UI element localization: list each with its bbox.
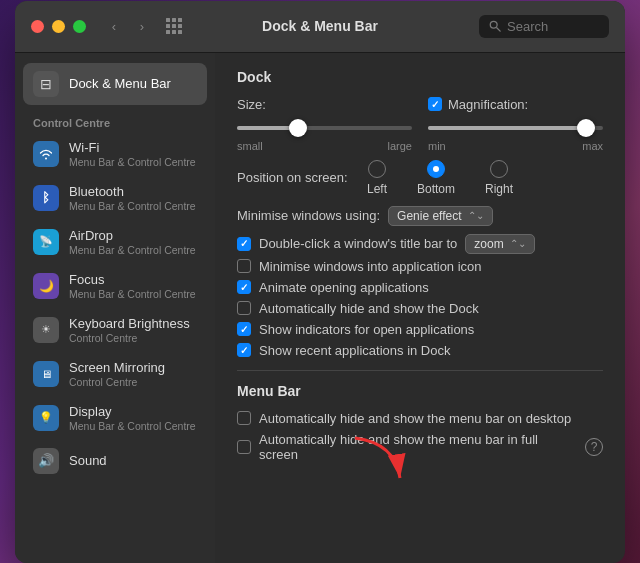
close-button[interactable] [31, 20, 44, 33]
doubleclick-row: Double-click a window's title bar to zoo… [237, 234, 603, 254]
content-area: ⊟ Dock & Menu Bar Control Centre Wi-Fi M… [15, 53, 625, 563]
position-bottom[interactable]: Bottom [417, 160, 455, 196]
search-placeholder: Search [507, 19, 548, 34]
zoom-value: zoom [474, 237, 503, 251]
doubleclick-label: Double-click a window's title bar to [259, 236, 457, 251]
menu-bar-section-title: Menu Bar [237, 383, 603, 399]
position-right[interactable]: Right [485, 160, 513, 196]
indicators-checkbox[interactable] [237, 322, 251, 336]
fullscreen-button[interactable] [73, 20, 86, 33]
dock-menu-bar-icon: ⊟ [33, 71, 59, 97]
bottom-radio[interactable] [427, 160, 445, 178]
position-left[interactable]: Left [367, 160, 387, 196]
size-label: Size: [237, 97, 412, 112]
magnification-label: Magnification: [448, 97, 528, 112]
focus-icon: 🌙 [33, 273, 59, 299]
autohide-fullscreen-checkbox[interactable] [237, 440, 251, 454]
wifi-icon [33, 141, 59, 167]
autohide-dock-row: Automatically hide and show the Dock [237, 301, 603, 316]
keyboard-sub: Control Centre [69, 332, 197, 344]
animate-label: Animate opening applications [259, 280, 429, 295]
minimise-icon-checkbox[interactable] [237, 259, 251, 273]
autohide-dock-checkbox[interactable] [237, 301, 251, 315]
sound-icon: 🔊 [33, 448, 59, 474]
magnification-checkbox[interactable] [428, 97, 442, 111]
mirroring-sub: Control Centre [69, 376, 197, 388]
back-button[interactable]: ‹ [102, 16, 126, 36]
size-slider[interactable] [237, 118, 412, 138]
display-label: Display [69, 404, 197, 419]
sidebar-item-dock-menu-bar[interactable]: ⊟ Dock & Menu Bar [23, 63, 207, 105]
autohide-desktop-label: Automatically hide and show the menu bar… [259, 411, 571, 426]
svg-line-1 [497, 28, 500, 31]
sidebar-item-screen-mirroring[interactable]: 🖥 Screen Mirroring Control Centre [23, 353, 207, 395]
indicators-row: Show indicators for open applications [237, 322, 603, 337]
bottom-label: Bottom [417, 182, 455, 196]
dropdown-arrow-icon: ⌃⌄ [468, 210, 484, 221]
help-icon[interactable]: ? [585, 438, 603, 456]
sidebar-item-sound[interactable]: 🔊 Sound [23, 441, 207, 481]
bluetooth-icon: ᛒ [33, 185, 59, 211]
control-centre-label: Control Centre [15, 109, 215, 133]
sound-label: Sound [69, 453, 197, 468]
autohide-fullscreen-label: Automatically hide and show the menu bar… [259, 432, 577, 462]
window-title: Dock & Menu Bar [262, 18, 378, 34]
main-panel: Dock Size: small large [215, 53, 625, 563]
size-large-label: large [388, 140, 412, 152]
mirroring-label: Screen Mirroring [69, 360, 197, 375]
position-label: Position on screen: [237, 170, 367, 185]
zoom-dropdown-arrow: ⌃⌄ [510, 238, 526, 249]
wifi-sub: Menu Bar & Control Centre [69, 156, 197, 168]
titlebar: ‹ › Dock & Menu Bar Search [15, 1, 625, 53]
grid-icon[interactable] [166, 18, 182, 34]
keyboard-brightness-icon: ☀ [33, 317, 59, 343]
sidebar-item-airdrop[interactable]: 📡 AirDrop Menu Bar & Control Centre [23, 221, 207, 263]
traffic-lights [31, 20, 86, 33]
airdrop-sub: Menu Bar & Control Centre [69, 244, 197, 256]
zoom-dropdown[interactable]: zoom ⌃⌄ [465, 234, 534, 254]
sidebar-item-display[interactable]: 💡 Display Menu Bar & Control Centre [23, 397, 207, 439]
right-radio[interactable] [490, 160, 508, 178]
sidebar-item-wifi[interactable]: Wi-Fi Menu Bar & Control Centre [23, 133, 207, 175]
display-sub: Menu Bar & Control Centre [69, 420, 197, 432]
divider [237, 370, 603, 371]
display-icon: 💡 [33, 405, 59, 431]
recent-label: Show recent applications in Dock [259, 343, 451, 358]
minimise-label: Minimise windows using: [237, 208, 380, 223]
search-bar[interactable]: Search [479, 15, 609, 38]
indicators-label: Show indicators for open applications [259, 322, 474, 337]
autohide-dock-label: Automatically hide and show the Dock [259, 301, 479, 316]
sidebar-item-bluetooth[interactable]: ᛒ Bluetooth Menu Bar & Control Centre [23, 177, 207, 219]
sidebar-item-keyboard-brightness[interactable]: ☀ Keyboard Brightness Control Centre [23, 309, 207, 351]
airdrop-icon: 📡 [33, 229, 59, 255]
focus-sub: Menu Bar & Control Centre [69, 288, 197, 300]
settings-window: ‹ › Dock & Menu Bar Search ⊟ Dock & Menu… [15, 1, 625, 563]
doubleclick-checkbox[interactable] [237, 237, 251, 251]
recent-row: Show recent applications in Dock [237, 343, 603, 358]
mag-min-label: min [428, 140, 446, 152]
minimise-icon-label: Minimise windows into application icon [259, 259, 482, 274]
left-radio[interactable] [368, 160, 386, 178]
forward-button[interactable]: › [130, 16, 154, 36]
minimise-row: Minimise windows using: Genie effect ⌃⌄ [237, 206, 603, 226]
recent-checkbox[interactable] [237, 343, 251, 357]
animate-checkbox[interactable] [237, 280, 251, 294]
size-small-label: small [237, 140, 263, 152]
mirroring-icon: 🖥 [33, 361, 59, 387]
nav-buttons: ‹ › [102, 16, 154, 36]
sidebar-item-focus[interactable]: 🌙 Focus Menu Bar & Control Centre [23, 265, 207, 307]
focus-label: Focus [69, 272, 197, 287]
autohide-desktop-checkbox[interactable] [237, 411, 251, 425]
mag-max-label: max [582, 140, 603, 152]
dock-section-title: Dock [237, 69, 603, 85]
animate-row: Animate opening applications [237, 280, 603, 295]
sidebar-active-label: Dock & Menu Bar [69, 76, 197, 91]
minimise-dropdown[interactable]: Genie effect ⌃⌄ [388, 206, 493, 226]
magnification-slider[interactable] [428, 118, 603, 138]
bluetooth-label: Bluetooth [69, 184, 197, 199]
svg-point-0 [490, 21, 497, 28]
autohide-desktop-row: Automatically hide and show the menu bar… [237, 411, 603, 426]
bluetooth-sub: Menu Bar & Control Centre [69, 200, 197, 212]
minimise-effect-value: Genie effect [397, 209, 462, 223]
minimize-button[interactable] [52, 20, 65, 33]
